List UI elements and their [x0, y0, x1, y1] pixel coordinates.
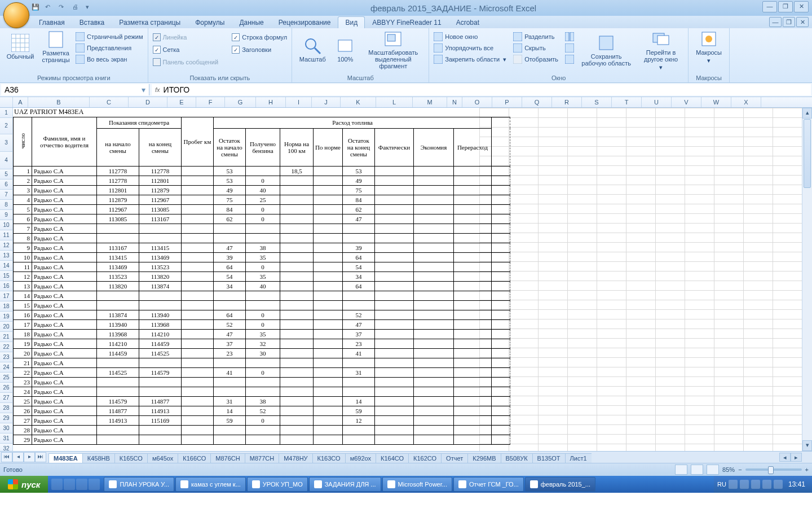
reset-pos-button[interactable]: [565, 55, 574, 64]
table-row[interactable]: 5Радько С.А11296711308584062: [14, 205, 510, 214]
col-header-B[interactable]: B: [28, 97, 90, 107]
clock[interactable]: 13:41: [785, 480, 809, 488]
fullscreen-button[interactable]: Во весь экран: [76, 55, 143, 64]
sheet-tab[interactable]: К162СО: [408, 453, 442, 463]
data-table[interactable]: число Фамилия, имя и отчество водителя П…: [13, 117, 510, 445]
save-icon[interactable]: 💾: [32, 3, 41, 12]
ribbon-tab-Данные[interactable]: Данные: [232, 16, 271, 28]
maximize-button[interactable]: ❐: [778, 1, 793, 12]
taskbar-button[interactable]: Отчет ГСМ _ГО...: [453, 477, 524, 492]
table-row[interactable]: 27Радько С.А11491311516959012: [14, 416, 510, 426]
ribbon-tab-Разметка страницы[interactable]: Разметка страницы: [112, 16, 188, 28]
table-row[interactable]: 11Радько С.А11346911352364054: [14, 262, 510, 272]
zoom-100-button[interactable]: 100%: [329, 30, 361, 69]
pagelayout-view-icon[interactable]: [691, 465, 703, 475]
table-row[interactable]: 9Радько С.А113167113415473839: [14, 243, 510, 253]
row-header[interactable]: 15: [0, 271, 13, 281]
row-header[interactable]: 6: [0, 179, 13, 190]
col-header-W[interactable]: W: [701, 97, 731, 107]
sheet-tab[interactable]: К166СО: [178, 453, 211, 463]
row-header[interactable]: 23: [0, 352, 13, 362]
sheet-tab[interactable]: Лист1: [565, 453, 592, 463]
zoom-out-icon[interactable]: −: [738, 466, 742, 473]
tray-icon[interactable]: [774, 480, 783, 489]
col-header-C[interactable]: C: [90, 97, 129, 107]
switch-window-button[interactable]: Перейти в другое окно▾: [638, 30, 683, 71]
ribbon-tab-Вид[interactable]: Вид: [338, 16, 365, 28]
office-button[interactable]: [3, 2, 29, 28]
tray-icon[interactable]: [751, 480, 760, 489]
sheet-title-cell[interactable]: UAZ PATRIOT М483ЕА: [13, 108, 510, 117]
row-header[interactable]: 32: [0, 444, 13, 451]
col-header-G[interactable]: G: [225, 97, 256, 107]
col-header-L[interactable]: L: [376, 97, 413, 107]
col-header-X[interactable]: X: [731, 97, 761, 107]
row-header[interactable]: 18: [0, 301, 13, 312]
col-header-S[interactable]: S: [582, 97, 612, 107]
desktop-icon[interactable]: [76, 479, 87, 490]
gridlines-checkbox[interactable]: ✓Сетка: [153, 46, 219, 54]
row-header[interactable]: 2: [0, 118, 13, 134]
table-row[interactable]: 23Радько С.А: [14, 378, 510, 387]
table-row[interactable]: 16Радько С.А11387411394064052: [14, 310, 510, 320]
row-header[interactable]: 4: [0, 152, 13, 169]
tray-icon[interactable]: [762, 480, 771, 489]
fx-icon[interactable]: fx: [155, 86, 160, 93]
col-header-R[interactable]: R: [552, 97, 582, 107]
col-header-T[interactable]: T: [612, 97, 642, 107]
col-header-V[interactable]: V: [672, 97, 701, 107]
row-header[interactable]: 5: [0, 169, 13, 179]
zoom-in-icon[interactable]: +: [805, 466, 809, 473]
sheet-tab[interactable]: М483ЕА: [48, 453, 83, 463]
sheet-tab[interactable]: М876СН: [210, 453, 245, 463]
explorer-icon[interactable]: [89, 479, 100, 490]
sheet-tab[interactable]: К163СО: [312, 453, 346, 463]
table-row[interactable]: 25Радько С.А114579114877313814: [14, 397, 510, 406]
sync-scroll-button[interactable]: [565, 43, 574, 52]
table-row[interactable]: 29Радько С.А: [14, 435, 510, 445]
table-row[interactable]: 12Радько С.А113523113820543534: [14, 272, 510, 282]
freeze-panes-button[interactable]: Закрепить области▾: [434, 55, 506, 64]
zoom-button[interactable]: Масштаб: [297, 30, 328, 69]
col-header-F[interactable]: F: [196, 97, 225, 107]
sheet-tab[interactable]: В508УК: [501, 453, 533, 463]
zoom-level[interactable]: 85%: [722, 466, 735, 473]
headings-checkbox[interactable]: ✓Заголовки: [232, 46, 287, 54]
mdi-close[interactable]: ✕: [796, 17, 809, 27]
view-normal-button[interactable]: Обычный: [5, 30, 36, 64]
table-row[interactable]: 24Радько С.А: [14, 387, 510, 397]
ribbon-tab-Рецензирование[interactable]: Рецензирование: [271, 16, 338, 28]
table-row[interactable]: 3Радько С.А112801112879494075: [14, 186, 510, 195]
next-sheet-button[interactable]: ▸: [24, 452, 35, 462]
row-header[interactable]: 24: [0, 362, 13, 373]
row-header[interactable]: 11: [0, 230, 13, 240]
row-header[interactable]: 20: [0, 322, 13, 332]
col-header-N[interactable]: N: [447, 97, 462, 107]
row-header[interactable]: 26: [0, 383, 13, 393]
taskbar-button[interactable]: ПЛАН УРОКА У...: [104, 477, 174, 492]
col-header-D[interactable]: D: [129, 97, 167, 107]
col-header-I[interactable]: I: [286, 97, 312, 107]
minimize-button[interactable]: —: [762, 1, 777, 12]
row-header[interactable]: 22: [0, 342, 13, 352]
col-header-H[interactable]: H: [256, 97, 286, 107]
close-button[interactable]: ✕: [794, 1, 809, 12]
sheet-tab[interactable]: К164СО: [376, 453, 409, 463]
side-by-side-button[interactable]: [565, 32, 574, 41]
sheet-tab[interactable]: М478НУ: [279, 453, 312, 463]
first-sheet-button[interactable]: ⏮: [1, 452, 12, 462]
formulabar-checkbox[interactable]: ✓Строка формул: [232, 33, 287, 41]
formula-input[interactable]: ИТОГО: [164, 85, 807, 94]
ie-icon[interactable]: [51, 479, 63, 490]
sheet-tab[interactable]: В135ОТ: [532, 453, 566, 463]
mdi-restore[interactable]: ❐: [783, 17, 795, 27]
row-header[interactable]: 10: [0, 220, 13, 230]
sheet-tab[interactable]: м645ох: [147, 453, 178, 463]
table-row[interactable]: 8Радько С.А: [14, 234, 510, 243]
table-row[interactable]: 2Радько С.А11277811280153049: [14, 176, 510, 186]
taskbar-button[interactable]: февраль 2015_...: [525, 477, 595, 492]
taskbar-button[interactable]: УРОК УП_МО: [247, 477, 308, 492]
zoom-selection-button[interactable]: Масштабировать выделенный фрагмент: [362, 30, 424, 69]
ribbon-tab-Acrobat[interactable]: Acrobat: [449, 16, 487, 28]
table-row[interactable]: 20Радько С.А114459114525233041: [14, 349, 510, 358]
